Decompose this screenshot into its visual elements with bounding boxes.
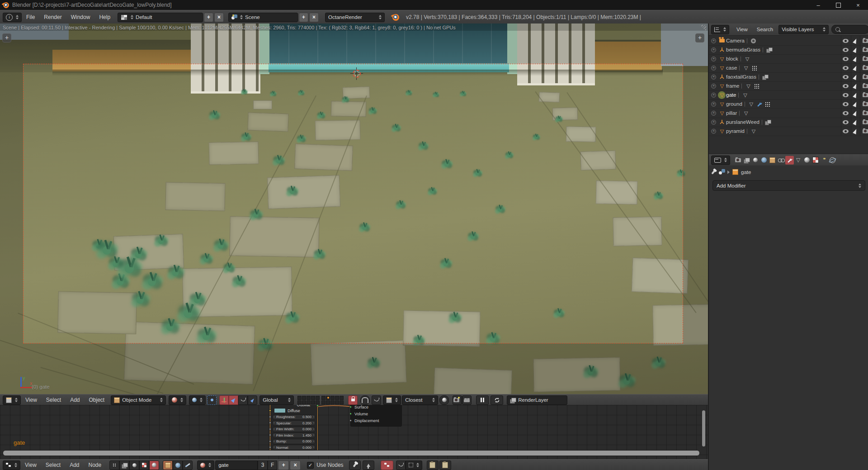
selectability-toggle[interactable] xyxy=(851,36,860,45)
menu-help[interactable]: Help xyxy=(94,14,115,20)
paste-nodes-button[interactable] xyxy=(439,461,451,470)
visibility-toggle[interactable] xyxy=(841,72,850,81)
outliner-row-camera[interactable]: + Camera xyxy=(709,36,868,46)
expand-icon[interactable]: + xyxy=(711,93,716,98)
linestyle-context-tab[interactable] xyxy=(183,461,193,470)
3d-viewport[interactable]: Scene | Elapsed: 00:11.50 | Interactive … xyxy=(0,24,708,394)
snap-node-selector[interactable] xyxy=(406,461,422,470)
tab-render-layers[interactable] xyxy=(742,156,751,164)
material-node[interactable]: OutMat Diffuse Roughness: 0.500 Specular… xyxy=(270,405,318,453)
selectability-toggle[interactable] xyxy=(851,81,860,90)
outliner-row-faoxtailgrass[interactable]: + faoxtailGrass xyxy=(709,72,868,82)
lock-button[interactable] xyxy=(348,395,358,405)
visibility-toggle[interactable] xyxy=(841,45,850,54)
users-count-button[interactable]: 3 xyxy=(258,461,268,470)
selectability-toggle[interactable] xyxy=(851,127,860,136)
selectability-toggle[interactable] xyxy=(851,90,860,99)
tab-material[interactable] xyxy=(802,156,811,164)
editor-type-button[interactable] xyxy=(711,155,730,165)
scene-selector[interactable]: Scene xyxy=(228,13,298,22)
selectability-toggle[interactable] xyxy=(851,108,860,118)
tab-scene[interactable] xyxy=(751,156,760,164)
scale-manipulator-button[interactable] xyxy=(248,395,257,405)
pause-render-button[interactable] xyxy=(476,395,489,405)
renderability-toggle[interactable] xyxy=(861,54,868,63)
add-layout-button[interactable]: + xyxy=(204,13,213,22)
unlink-material-button[interactable]: × xyxy=(290,461,301,470)
texture-tree-tab[interactable] xyxy=(129,461,139,470)
tab-constraints[interactable] xyxy=(777,156,785,164)
add-modifier-dropdown[interactable]: Add Modifier xyxy=(712,180,865,191)
film-index-slider[interactable]: Film Index: 1.450 xyxy=(272,432,316,438)
selectability-toggle[interactable] xyxy=(851,72,860,81)
visibility-toggle[interactable] xyxy=(841,108,850,118)
manipulator-axes-button[interactable] xyxy=(219,395,229,405)
outliner-row-block[interactable]: + ▽ block ▽ xyxy=(709,54,868,64)
snap-toggle-button[interactable] xyxy=(360,395,370,405)
expand-icon[interactable]: + xyxy=(711,56,716,61)
menu-select[interactable]: Select xyxy=(42,397,66,403)
renderability-toggle[interactable] xyxy=(861,72,868,81)
menu-file[interactable]: File xyxy=(22,14,39,20)
editor-type-button[interactable] xyxy=(3,461,20,470)
expand-icon[interactable]: + xyxy=(711,84,716,89)
delete-scene-button[interactable]: × xyxy=(309,13,319,22)
transform-orientation-selector[interactable]: Global xyxy=(259,395,294,405)
visibility-toggle[interactable] xyxy=(841,36,850,45)
menu-render[interactable]: Render xyxy=(39,14,66,20)
visibility-toggle[interactable] xyxy=(841,90,850,99)
outliner-row-bermudagrass[interactable]: + bermudaGrass xyxy=(709,45,868,55)
renderability-toggle[interactable] xyxy=(861,81,868,90)
auto-render-button[interactable] xyxy=(381,461,393,470)
fake-user-button[interactable]: F xyxy=(268,461,277,470)
output-node[interactable]: Surface Volume Displacement xyxy=(350,405,402,427)
manipulator-toggle-button[interactable] xyxy=(207,395,217,405)
renderability-toggle[interactable] xyxy=(861,36,868,45)
film-width-slider[interactable]: Film Width: 0.000 xyxy=(272,427,316,432)
menu-node[interactable]: Node xyxy=(84,462,106,468)
expand-icon[interactable]: + xyxy=(711,120,716,125)
translate-manipulator-button[interactable] xyxy=(229,395,238,405)
renderability-toggle[interactable] xyxy=(861,118,868,127)
tab-world[interactable] xyxy=(760,156,768,164)
renderability-toggle[interactable] xyxy=(861,45,868,54)
renderability-toggle[interactable] xyxy=(861,108,868,118)
menu-select[interactable]: Select xyxy=(41,462,65,468)
expand-icon[interactable]: + xyxy=(711,129,716,134)
diffuse-color-swatch[interactable] xyxy=(274,408,286,413)
expand-icon[interactable]: + xyxy=(711,66,716,70)
rotate-manipulator-button[interactable] xyxy=(238,395,248,405)
diffuse-socket[interactable] xyxy=(269,409,271,412)
outliner-row-case[interactable]: + ▽ case ▽ xyxy=(709,63,868,73)
go-parent-node-button[interactable] xyxy=(363,461,374,470)
renderability-toggle[interactable] xyxy=(861,63,868,72)
layers-grid-1[interactable] xyxy=(297,396,320,404)
menu-window[interactable]: Window xyxy=(66,14,95,20)
object-context-tab[interactable] xyxy=(163,461,173,470)
scene-context-icon[interactable] xyxy=(719,169,725,175)
properties-shelf-expand-button[interactable]: + xyxy=(695,33,704,42)
layers-grid-2[interactable] xyxy=(321,396,344,404)
snap-target-button[interactable] xyxy=(439,395,449,405)
menu-view[interactable]: View xyxy=(20,462,41,468)
add-scene-button[interactable]: + xyxy=(299,13,308,22)
menu-view[interactable]: View xyxy=(732,27,752,32)
selectability-toggle[interactable] xyxy=(851,63,860,72)
use-nodes-toggle[interactable]: ✓ Use Nodes xyxy=(307,462,343,469)
toolshelf-expand-button[interactable]: + xyxy=(2,33,11,42)
tab-texture[interactable] xyxy=(811,156,820,164)
render-still-button[interactable] xyxy=(453,395,462,405)
proportional-edit-button[interactable] xyxy=(372,395,381,405)
close-button[interactable]: × xyxy=(848,0,868,10)
editor-type-button[interactable] xyxy=(711,25,729,34)
outliner-row-pillar[interactable]: + ▽ pillar ▽ xyxy=(709,108,868,118)
close-layout-button[interactable]: × xyxy=(214,13,224,22)
menu-object[interactable]: Object xyxy=(85,397,109,403)
world-context-tab[interactable] xyxy=(173,461,183,470)
outliner-row-purslaneweed[interactable]: + purslaneWeed xyxy=(709,118,868,127)
shader-tree-tab[interactable] xyxy=(149,461,159,470)
normal-slider[interactable]: Normal: 0.000 xyxy=(272,445,316,450)
tab-object[interactable] xyxy=(768,156,777,164)
tab-render[interactable] xyxy=(734,156,742,164)
selectability-toggle[interactable] xyxy=(851,99,860,108)
